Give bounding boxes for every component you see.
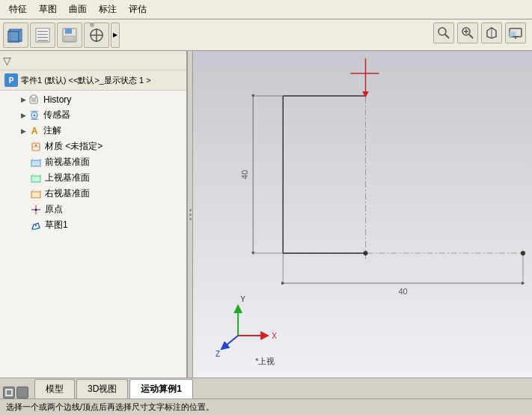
resize-handle[interactable] — [187, 51, 193, 378]
menu-bar: 特征 草图 曲面 标注 评估 — [0, 0, 532, 19]
svg-rect-42 — [31, 192, 40, 198]
tree-content: ▶ History ▶ — [0, 91, 186, 378]
svg-point-16 — [438, 28, 446, 35]
svg-rect-12 — [64, 36, 75, 41]
svg-point-48 — [35, 225, 37, 226]
tree-item-annotation[interactable]: ▶ A 注解 — [0, 123, 186, 139]
tab-model[interactable]: 模型 — [34, 379, 75, 399]
filter-bar: ▽ — [0, 51, 186, 70]
top-plane-icon — [30, 172, 42, 184]
svg-point-35 — [35, 144, 37, 146]
svg-line-19 — [469, 34, 473, 38]
svg-point-66 — [521, 251, 525, 255]
annotation-arrow: ▶ — [21, 127, 26, 135]
svg-rect-24 — [510, 31, 516, 37]
svg-line-17 — [445, 34, 449, 38]
annotation-label: 注解 — [43, 124, 61, 137]
svg-text:Y: Y — [240, 295, 245, 303]
status-indicators — [3, 387, 28, 399]
right-plane-label: 右视基准面 — [45, 187, 90, 200]
menu-surface[interactable]: 曲面 — [63, 1, 93, 17]
svg-rect-74 — [6, 390, 12, 396]
status-bar: 选择一个或两个边线/顶点后再选择尺寸文字标注的位置。 — [0, 399, 532, 415]
svg-text:40: 40 — [240, 170, 249, 179]
tab-motion-example[interactable]: 运动算例1 — [129, 379, 193, 399]
history-label: History — [43, 94, 71, 105]
tree-item-origin[interactable]: 原点 — [0, 202, 186, 217]
svg-rect-39 — [31, 176, 40, 182]
drawing-canvas: 40 40 — [193, 51, 532, 378]
viewport[interactable]: 40 40 — [193, 51, 532, 378]
main-area: ▽ P 零件1 (默认) <<默认>_显示状态 1 > ▶ Histor — [0, 51, 532, 378]
crosshair-button[interactable] — [84, 22, 109, 48]
tool3-button[interactable] — [481, 22, 502, 43]
svg-text:40: 40 — [398, 287, 407, 296]
tab-3d-view[interactable]: 3D视图 — [76, 379, 128, 399]
tree-item-top-plane[interactable]: 上视基准面 — [0, 170, 186, 186]
menu-sketch[interactable]: 草图 — [33, 1, 63, 17]
status-icon2 — [16, 387, 28, 399]
svg-text:X: X — [272, 332, 277, 340]
sketch1-label: 草图1 — [45, 219, 68, 231]
filter-icon[interactable]: ▽ — [3, 55, 11, 67]
tree-item-history[interactable]: ▶ History — [0, 92, 186, 107]
annotation-icon: A — [28, 125, 40, 137]
search-tool-button[interactable] — [433, 22, 454, 43]
tree-item-sketch1[interactable]: 草图1 — [0, 217, 186, 233]
bottom-tabs: 模型 3D视图 运动算例1 — [0, 378, 532, 399]
toolbar-indicator — [90, 22, 94, 27]
history-icon — [28, 94, 40, 106]
top-right-tools — [433, 22, 526, 43]
svg-rect-5 — [36, 28, 49, 42]
svg-point-47 — [35, 208, 37, 210]
origin-label: 原点 — [45, 203, 63, 216]
svg-text:*上视: *上视 — [255, 357, 275, 366]
resize-dots — [189, 209, 192, 220]
svg-text:Z: Z — [215, 350, 220, 358]
svg-rect-49 — [193, 51, 532, 378]
status-text: 选择一个或两个边线/顶点后再选择尺寸文字标注的位置。 — [6, 402, 214, 413]
menu-feature[interactable]: 特征 — [3, 1, 33, 17]
svg-point-65 — [364, 251, 368, 255]
display-tool-button[interactable] — [505, 22, 526, 43]
toolbar-more-arrow[interactable]: ▶ — [111, 22, 120, 48]
tree-header: P 零件1 (默认) <<默认>_显示状态 1 > — [0, 70, 186, 91]
material-icon — [30, 141, 42, 153]
menu-evaluate[interactable]: 评估 — [123, 1, 153, 17]
top-plane-label: 上视基准面 — [45, 172, 90, 184]
left-panel: ▽ P 零件1 (默认) <<默认>_显示状态 1 > ▶ Histor — [0, 51, 187, 378]
origin-icon — [30, 204, 42, 216]
svg-rect-11 — [65, 28, 72, 34]
svg-point-32 — [34, 114, 36, 116]
right-plane-icon — [30, 188, 42, 200]
sensor-label: 传感器 — [43, 109, 70, 121]
toolbar: ▶ — [0, 19, 532, 51]
zoom-tool-button[interactable] — [457, 22, 478, 43]
save-button[interactable] — [57, 22, 82, 48]
sketch1-icon — [30, 219, 42, 231]
svg-rect-36 — [31, 160, 40, 166]
tree-item-right-plane[interactable]: 右视基准面 — [0, 186, 186, 202]
front-plane-label: 前视基准面 — [45, 156, 90, 169]
part-view-button[interactable] — [3, 22, 28, 48]
status-icon1 — [3, 387, 15, 399]
sensor-icon — [28, 109, 40, 121]
tree-item-material[interactable]: 材质 <未指定> — [0, 139, 186, 154]
svg-rect-28 — [31, 95, 36, 98]
sensor-arrow: ▶ — [21, 112, 26, 119]
tree-header-label: 零件1 (默认) <<默认>_显示状态 1 > — [21, 75, 151, 86]
history-arrow: ▶ — [21, 96, 26, 103]
tree-item-sensor[interactable]: ▶ 传感器 — [0, 107, 186, 123]
material-label: 材质 <未指定> — [45, 140, 103, 153]
front-plane-icon — [30, 157, 42, 169]
tree-item-front-plane[interactable]: 前视基准面 — [0, 154, 186, 170]
menu-dimension[interactable]: 标注 — [93, 1, 123, 17]
feature-tree-button[interactable] — [30, 22, 55, 48]
part-icon: P — [4, 73, 18, 87]
